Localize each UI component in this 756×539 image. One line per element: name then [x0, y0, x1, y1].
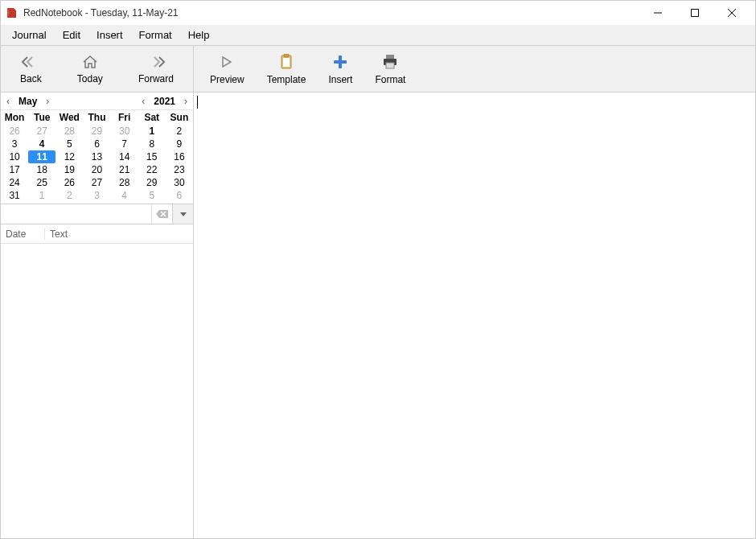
minimize-button[interactable]: [639, 1, 676, 25]
calendar-day[interactable]: 27: [28, 125, 55, 138]
today-button[interactable]: Today: [71, 51, 109, 88]
calendar-day[interactable]: 20: [83, 163, 110, 176]
menu-help[interactable]: Help: [180, 27, 218, 43]
calendar-year[interactable]: 2021: [150, 96, 179, 107]
calendar-day[interactable]: 13: [83, 150, 110, 163]
search-row: [1, 204, 193, 224]
calendar-day[interactable]: 23: [166, 163, 193, 176]
calendar-day[interactable]: 4: [28, 138, 55, 150]
svg-rect-8: [283, 58, 290, 67]
close-button[interactable]: [713, 1, 750, 25]
calendar-day[interactable]: 3: [83, 189, 110, 202]
calendar-day[interactable]: 28: [111, 176, 138, 189]
year-next-button[interactable]: ›: [179, 96, 193, 107]
today-label: Today: [77, 73, 103, 84]
calendar-day[interactable]: 30: [111, 125, 138, 138]
results-header: Date Text: [1, 224, 193, 244]
calendar-day[interactable]: 26: [55, 176, 83, 189]
calendar-day[interactable]: 24: [1, 176, 28, 189]
calendar-dow: Tue: [28, 110, 55, 125]
calendar-dow: Mon: [1, 110, 28, 125]
editor-toolbar: Preview Template: [194, 46, 755, 93]
calendar-day[interactable]: 9: [166, 138, 193, 150]
back-button[interactable]: Back: [14, 51, 48, 88]
calendar-day[interactable]: 2: [55, 189, 83, 202]
editor-textarea[interactable]: [194, 93, 755, 538]
search-input[interactable]: [1, 204, 151, 224]
calendar-day[interactable]: 27: [83, 176, 110, 189]
menu-journal[interactable]: Journal: [4, 27, 55, 43]
calendar-day[interactable]: 2: [166, 125, 193, 138]
template-label: Template: [267, 74, 306, 85]
calendar-day[interactable]: 1: [138, 125, 166, 138]
calendar-day[interactable]: 7: [111, 138, 138, 150]
calendar-day[interactable]: 17: [1, 163, 28, 176]
calendar-day[interactable]: 8: [138, 138, 166, 150]
preview-button[interactable]: Preview: [202, 50, 253, 88]
nav-toolbar: Back Today Forward: [1, 46, 193, 93]
template-button[interactable]: Template: [259, 50, 314, 88]
calendar-day[interactable]: 25: [28, 176, 55, 189]
calendar-day[interactable]: 6: [83, 138, 110, 150]
forward-label: Forward: [138, 73, 174, 84]
format-label: Format: [375, 74, 405, 85]
calendar-day[interactable]: 26: [1, 125, 28, 138]
back-icon: [21, 54, 40, 70]
calendar-grid: MonTueWedThuFriSatSun2627282930123456789…: [1, 110, 193, 202]
maximize-button[interactable]: [676, 1, 713, 25]
search-dropdown-button[interactable]: [172, 204, 193, 224]
svg-rect-1: [692, 10, 699, 17]
svg-rect-10: [334, 60, 347, 64]
calendar-day[interactable]: 3: [1, 138, 28, 150]
calendar-day[interactable]: 30: [166, 176, 193, 189]
printer-icon: [382, 53, 398, 71]
sidebar: Back Today Forward: [1, 46, 194, 538]
calendar-day[interactable]: 10: [1, 150, 28, 163]
year-prev-button[interactable]: ‹: [136, 96, 150, 107]
menu-edit[interactable]: Edit: [55, 27, 88, 43]
forward-button[interactable]: Forward: [132, 51, 180, 88]
calendar-day[interactable]: 15: [138, 150, 166, 163]
calendar-dow: Sat: [138, 110, 166, 125]
calendar-day[interactable]: 21: [111, 163, 138, 176]
calendar-day[interactable]: 18: [28, 163, 55, 176]
calendar-day[interactable]: 5: [55, 138, 83, 150]
calendar-month[interactable]: May: [15, 96, 40, 107]
calendar-dow: Wed: [55, 110, 83, 125]
calendar-day[interactable]: 12: [55, 150, 83, 163]
calendar-day[interactable]: 4: [111, 189, 138, 202]
results-col-text[interactable]: Text: [45, 228, 193, 240]
calendar-dow: Sun: [166, 110, 193, 125]
app-icon: [6, 6, 18, 19]
calendar-day[interactable]: 6: [166, 189, 193, 202]
calendar-day[interactable]: 5: [138, 189, 166, 202]
insert-label: Insert: [328, 74, 352, 85]
calendar-header: ‹ May › ‹ 2021 ›: [1, 93, 193, 110]
menu-insert[interactable]: Insert: [88, 27, 131, 43]
calendar-day[interactable]: 29: [138, 176, 166, 189]
menu-format[interactable]: Format: [131, 27, 180, 43]
svg-rect-13: [386, 63, 394, 68]
calendar-day[interactable]: 14: [111, 150, 138, 163]
results-col-date[interactable]: Date: [1, 228, 45, 240]
calendar-day[interactable]: 11: [28, 150, 55, 163]
calendar-day[interactable]: 31: [1, 189, 28, 202]
menubar: Journal Edit Insert Format Help: [1, 25, 755, 46]
format-button[interactable]: Format: [367, 50, 413, 88]
plus-icon: [333, 53, 347, 71]
calendar-day[interactable]: 29: [83, 125, 110, 138]
window-controls: [639, 1, 750, 25]
home-icon: [82, 54, 98, 70]
month-next-button[interactable]: ›: [40, 96, 55, 107]
calendar-day[interactable]: 1: [28, 189, 55, 202]
calendar-day[interactable]: 22: [138, 163, 166, 176]
month-prev-button[interactable]: ‹: [1, 96, 15, 107]
svg-rect-7: [284, 54, 289, 57]
calendar-day[interactable]: 28: [55, 125, 83, 138]
calendar-day[interactable]: 16: [166, 150, 193, 163]
results-body: [1, 244, 193, 538]
back-label: Back: [20, 73, 42, 84]
calendar-day[interactable]: 19: [55, 163, 83, 176]
insert-button[interactable]: Insert: [320, 50, 360, 88]
clear-search-button[interactable]: [151, 204, 172, 224]
